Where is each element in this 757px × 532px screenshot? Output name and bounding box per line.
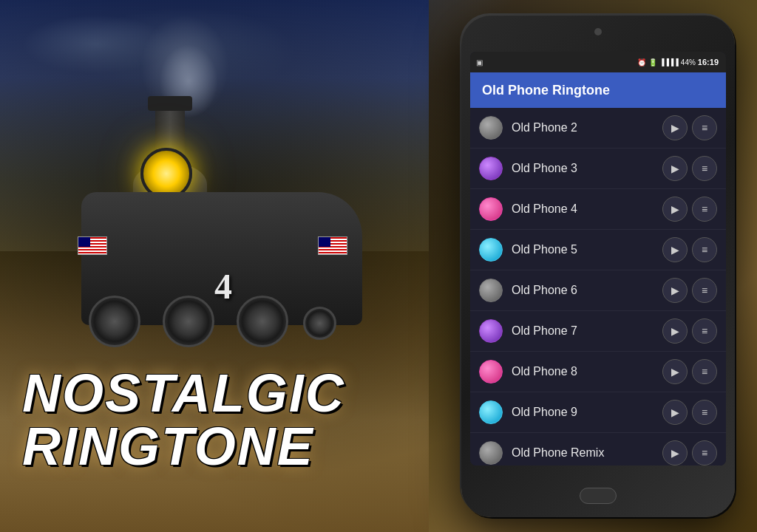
ringtone-name: Old Phone 6 [512,284,654,297]
color-indicator [479,319,503,343]
status-bar-left: ▣ [476,52,483,72]
ringtone-name: Old Phone Remix [512,446,654,460]
promo-line1: NOSTALGIC [22,366,345,420]
menu-button[interactable]: ≡ [692,197,717,222]
train-wheel-small [303,307,336,340]
menu-button[interactable]: ≡ [692,359,717,384]
action-buttons: ▶≡ [662,278,717,303]
ringtone-item[interactable]: Old Phone 4▶≡ [470,189,726,230]
menu-button[interactable]: ≡ [692,115,717,140]
ringtone-item[interactable]: Old Phone 2▶≡ [470,108,726,149]
ringtone-name: Old Phone 8 [512,365,654,378]
app-header: Old Phone Ringtone [470,72,726,108]
front-camera [594,28,602,35]
menu-button[interactable]: ≡ [692,400,717,425]
color-indicator [479,238,503,262]
play-button[interactable]: ▶ [662,115,688,140]
notification-icon: ▣ [476,58,483,66]
play-button[interactable]: ▶ [662,440,688,466]
ringtone-name: Old Phone 5 [512,243,654,256]
status-bar: ▣ ⏰ 🔋 ▐▐▐▐ 44% 16:19 [470,52,726,72]
ringtone-name: Old Phone 4 [512,202,654,216]
ringtone-item[interactable]: Old Phone 6▶≡ [470,270,726,311]
play-button[interactable]: ▶ [662,278,688,303]
chimney-top [148,96,192,111]
battery-percent: 44% [681,58,696,66]
train: 4 [44,89,377,384]
ringtone-item[interactable]: Old Phone Remix▶≡ [470,433,726,466]
play-button[interactable]: ▶ [662,359,688,384]
flag-right [318,236,347,255]
play-button[interactable]: ▶ [662,197,688,222]
promo-text: NOSTALGIC RINGTONE [22,366,345,473]
ringtone-item[interactable]: Old Phone 9▶≡ [470,392,726,433]
action-buttons: ▶≡ [662,156,717,181]
phone-screen: ▣ ⏰ 🔋 ▐▐▐▐ 44% 16:19 Old Phone Ringtone … [470,52,726,466]
action-buttons: ▶≡ [662,359,717,384]
phone-device: ▣ ⏰ 🔋 ▐▐▐▐ 44% 16:19 Old Phone Ringtone … [461,15,735,517]
color-indicator [479,157,503,180]
menu-button[interactable]: ≡ [692,278,717,303]
ringtone-name: Old Phone 2 [512,121,654,134]
menu-button[interactable]: ≡ [692,440,717,466]
ringtone-item[interactable]: Old Phone 7▶≡ [470,311,726,352]
ringtone-item[interactable]: Old Phone 3▶≡ [470,149,726,189]
play-button[interactable]: ▶ [662,156,688,181]
color-indicator [479,441,503,465]
status-icons: ⏰ 🔋 ▐▐▐▐ 44% 16:19 [637,58,719,66]
ringtone-name: Old Phone 9 [512,406,654,419]
color-indicator [479,360,503,383]
app-title: Old Phone Ringtone [482,83,610,98]
promo-line2: RINGTONE [22,420,345,473]
action-buttons: ▶≡ [662,440,717,466]
signal-icon: ▐▐▐▐ [659,58,679,66]
train-wheel-1 [89,296,140,347]
menu-button[interactable]: ≡ [692,237,717,262]
alarm-icon: ⏰ [637,58,646,66]
home-button[interactable] [580,488,617,504]
action-buttons: ▶≡ [662,197,717,222]
train-wheel-2 [163,296,214,347]
color-indicator [479,116,503,140]
ringtone-list: Old Phone 2▶≡Old Phone 3▶≡Old Phone 4▶≡O… [470,108,726,466]
ringtone-name: Old Phone 7 [512,324,654,338]
ringtone-item[interactable]: Old Phone 8▶≡ [470,352,726,392]
time-display: 16:19 [698,58,719,66]
action-buttons: ▶≡ [662,318,717,344]
menu-button[interactable]: ≡ [692,156,717,181]
play-button[interactable]: ▶ [662,400,688,425]
train-wheel-3 [237,296,288,347]
action-buttons: ▶≡ [662,400,717,425]
menu-button[interactable]: ≡ [692,318,717,344]
ringtone-list-container: Old Phone 2▶≡Old Phone 3▶≡Old Phone 4▶≡O… [470,108,726,466]
action-buttons: ▶≡ [662,237,717,262]
ringtone-name: Old Phone 3 [512,162,654,175]
battery-icon: 🔋 [648,58,657,66]
ringtone-item[interactable]: Old Phone 5▶≡ [470,230,726,270]
play-button[interactable]: ▶ [662,237,688,262]
color-indicator [479,279,503,302]
color-indicator [479,197,503,221]
train-number: 4 [214,266,232,307]
play-button[interactable]: ▶ [662,318,688,344]
color-indicator [479,400,503,424]
flag-left [78,236,107,255]
action-buttons: ▶≡ [662,115,717,140]
